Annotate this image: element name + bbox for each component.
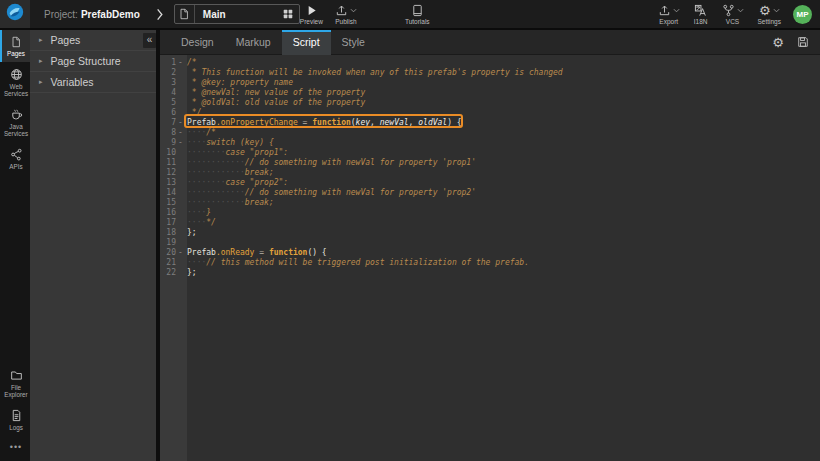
fold-marker[interactable]: - — [176, 248, 185, 258]
script-editor[interactable]: 1-/*2 * This function will be invoked wh… — [160, 55, 820, 461]
fold-spacer — [176, 228, 185, 238]
sidebar-item-web-services[interactable]: Web Services — [0, 62, 30, 102]
sidebar-item-label: Logs — [9, 424, 23, 431]
page-icon — [10, 36, 22, 48]
tab-design[interactable]: Design — [170, 30, 225, 55]
sidebar-item-java-services[interactable]: Java Services — [0, 102, 30, 142]
fold-spacer — [176, 68, 185, 78]
fold-marker[interactable]: - — [176, 118, 185, 128]
expand-arrow-icon: ▸ — [39, 78, 43, 86]
grid-icon[interactable] — [277, 8, 299, 20]
code-token: ···· — [187, 138, 206, 147]
code-token: */ — [206, 218, 216, 227]
page-selector[interactable]: Main — [174, 4, 300, 24]
topbar-right-actions: ExportI18NVCS⚙Settings MP — [651, 3, 820, 25]
vcs-button[interactable]: VCS — [722, 3, 744, 25]
code-token: ············ — [187, 168, 245, 177]
fold-marker[interactable]: - — [176, 58, 185, 68]
sidebar-item-apis[interactable]: APIs — [0, 142, 30, 175]
code-text: ············break; — [185, 198, 820, 208]
book-icon — [411, 4, 424, 17]
fold-spacer — [176, 98, 185, 108]
fold-spacer — [176, 268, 185, 278]
code-token: Prefab — [187, 248, 216, 257]
caret-icon — [737, 8, 744, 13]
fold-spacer — [176, 258, 185, 268]
fold-marker[interactable]: - — [176, 128, 185, 138]
line-number: 20 — [160, 248, 176, 258]
tab-script[interactable]: Script — [282, 30, 331, 55]
code-token: .onReady — [216, 248, 255, 257]
panel-section-page-structure[interactable]: ▸Page Structure — [30, 51, 156, 72]
gear-icon[interactable]: ⚙ — [772, 36, 784, 49]
wavemaker-logo — [0, 0, 30, 28]
export-icon — [658, 4, 671, 17]
save-icon[interactable] — [797, 36, 809, 48]
code-line: 8-····/* — [160, 128, 820, 138]
code-text: ····// this method will be triggered pos… — [185, 258, 820, 268]
sidebar-item-logs[interactable]: Logs — [0, 403, 30, 436]
code-text: ····} — [185, 208, 820, 218]
fold-spacer — [176, 218, 185, 228]
export-button[interactable]: Export — [658, 3, 680, 25]
code-line: 18}; — [160, 228, 820, 238]
code-token: /* — [187, 58, 197, 67]
avatar[interactable]: MP — [793, 5, 812, 24]
code-line: 12············break; — [160, 168, 820, 178]
coffee-icon — [10, 108, 23, 121]
code-token: * @newVal: new value of the property — [187, 88, 365, 97]
line-number: 14 — [160, 188, 176, 198]
code-text: ····/* — [185, 128, 820, 138]
sidebar-item-label: Java Services — [3, 123, 29, 137]
panel-collapse-button[interactable]: « — [143, 33, 156, 48]
code-text: Prefab.onReady = function() { — [185, 248, 820, 258]
tutorials-button[interactable]: Tutorials — [405, 3, 430, 25]
fold-marker[interactable]: - — [176, 138, 185, 148]
code-token: = — [298, 118, 312, 127]
i18n-button[interactable]: I18N — [694, 3, 708, 25]
sidebar-item-file-explorer[interactable]: File Explorer — [0, 363, 30, 403]
sidebar-item-more[interactable]: ••• — [0, 436, 30, 457]
code-line: 6 */ — [160, 108, 820, 118]
code-token: * This function will be invoked when any… — [187, 68, 563, 77]
settings-button[interactable]: ⚙Settings — [758, 3, 782, 25]
preview-button[interactable]: Preview — [300, 3, 323, 25]
code-text: ········case "prop2": — [185, 178, 820, 188]
tab-markup[interactable]: Markup — [225, 30, 282, 55]
code-token: ···· — [187, 128, 206, 137]
app-window: Project:PrefabDemo Main PreviewPublishTu… — [0, 0, 820, 461]
code-text: ········case "prop1": — [185, 148, 820, 158]
translate-icon — [694, 4, 707, 17]
sidebar-item-pages[interactable]: Pages — [0, 30, 30, 62]
line-number: 11 — [160, 158, 176, 168]
code-token: // do something with newVal for property… — [245, 158, 476, 167]
button-label: Publish — [335, 18, 356, 25]
caret-icon — [673, 8, 680, 13]
code-token: * @key: property name — [187, 78, 293, 87]
fold-spacer — [176, 88, 185, 98]
panel-section-variables[interactable]: ▸Variables — [30, 72, 156, 93]
page-icon — [175, 5, 195, 23]
code-token: // do something with newVal for property… — [245, 188, 476, 197]
code-token: * @oldVal: old value of the property — [187, 98, 365, 107]
button-label: Tutorials — [405, 18, 430, 25]
logo-icon — [6, 3, 24, 25]
code-token: ········ — [187, 148, 226, 157]
code-token: Prefab — [187, 118, 216, 127]
code-text — [185, 238, 820, 248]
code-text: * @oldVal: old value of the property — [185, 98, 820, 108]
code-text: ············// do something with newVal … — [185, 158, 820, 168]
code-line: 19 — [160, 238, 820, 248]
log-icon — [10, 409, 23, 422]
code-line: 11············// do something with newVa… — [160, 158, 820, 168]
code-line: 7-Prefab.onPropertyChange = function(key… — [160, 118, 820, 128]
code-line: 4 * @newVal: new value of the property — [160, 88, 820, 98]
project-name: PrefabDemo — [81, 9, 140, 20]
sidebar-item-label: Web Services — [3, 83, 29, 97]
tab-style[interactable]: Style — [331, 30, 376, 55]
publish-button[interactable]: Publish — [335, 3, 357, 25]
code-text: /* — [185, 58, 820, 68]
panel-section-pages[interactable]: ▸Pages — [30, 30, 156, 51]
panel-section-label: Pages — [51, 34, 81, 46]
chevron-right-icon[interactable] — [156, 8, 164, 21]
